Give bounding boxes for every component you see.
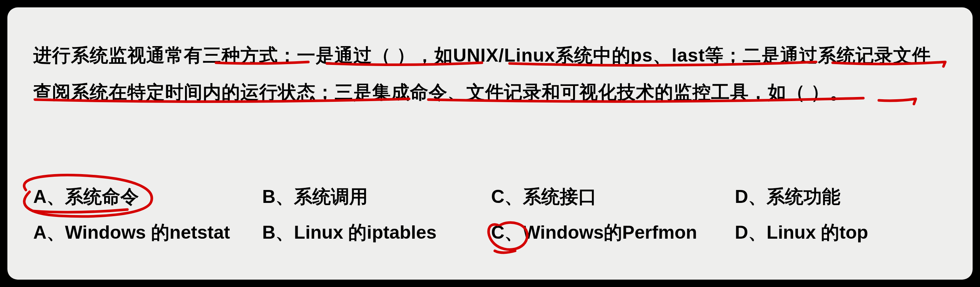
option-row-1: A、系统命令 B、系统调用 C、系统接口 D、系统功能 <box>33 184 945 209</box>
question-stem: 进行系统监视通常有三种方式：一是通过（ ），如UNIX/Linux系统中的ps、… <box>33 37 945 111</box>
option-1-c[interactable]: C、系统接口 <box>491 184 735 209</box>
options-block: A、系统命令 B、系统调用 C、系统接口 D、系统功能 A、Windows 的n… <box>33 184 945 256</box>
option-1-d[interactable]: D、系统功能 <box>735 184 942 209</box>
option-2-c[interactable]: C、Windows的Perfmon <box>491 220 735 245</box>
option-1-b[interactable]: B、系统调用 <box>262 184 491 209</box>
option-1-a[interactable]: A、系统命令 <box>33 184 262 209</box>
option-2-a[interactable]: A、Windows 的netstat <box>33 220 262 245</box>
option-2-d[interactable]: D、Linux 的top <box>735 220 942 245</box>
option-row-2: A、Windows 的netstat B、Linux 的iptables C、W… <box>33 220 945 245</box>
question-card: 进行系统监视通常有三种方式：一是通过（ ），如UNIX/Linux系统中的ps、… <box>7 7 973 280</box>
stage: 进行系统监视通常有三种方式：一是通过（ ），如UNIX/Linux系统中的ps、… <box>0 0 980 287</box>
option-2-b[interactable]: B、Linux 的iptables <box>262 220 491 245</box>
